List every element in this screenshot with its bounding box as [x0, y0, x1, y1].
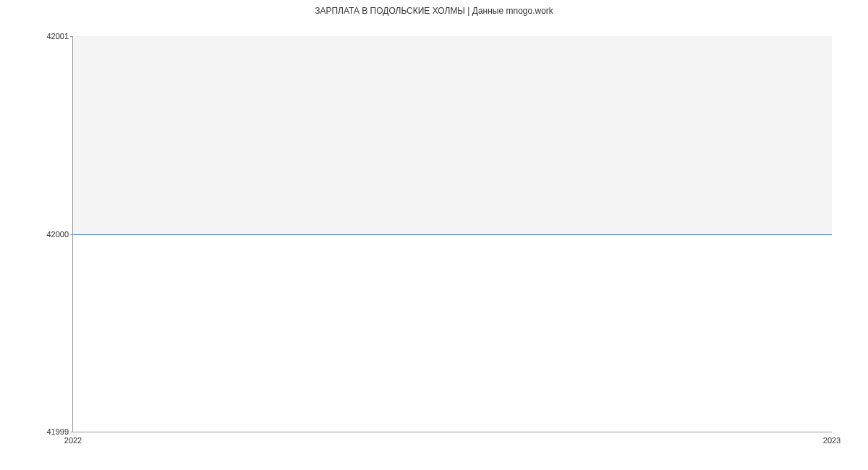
chart-title: ЗАРПЛАТА В ПОДОЛЬСКИЕ ХОЛМЫ | Данные mno…	[0, 0, 868, 16]
y-tick-label: 42001	[46, 32, 69, 40]
x-tick-label: 2023	[823, 436, 841, 445]
plot-background-lower	[73, 234, 832, 432]
y-tick-mark	[70, 36, 73, 37]
chart-plot-area: 42001 42000 41999 2022 2023	[72, 36, 832, 432]
y-tick-label: 41999	[46, 427, 69, 436]
y-tick-mark	[70, 432, 73, 432]
x-tick-label: 2022	[64, 436, 82, 445]
plot-background: 42001 42000 41999 2022 2023	[72, 36, 832, 432]
data-series-line	[73, 234, 832, 235]
y-tick-label: 42000	[46, 230, 69, 239]
